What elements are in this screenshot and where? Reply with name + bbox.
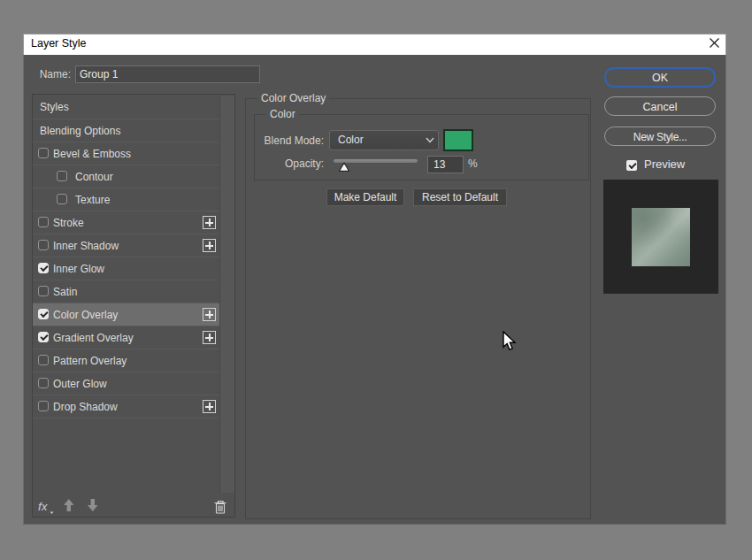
svg-text:fx: fx: [38, 500, 49, 513]
